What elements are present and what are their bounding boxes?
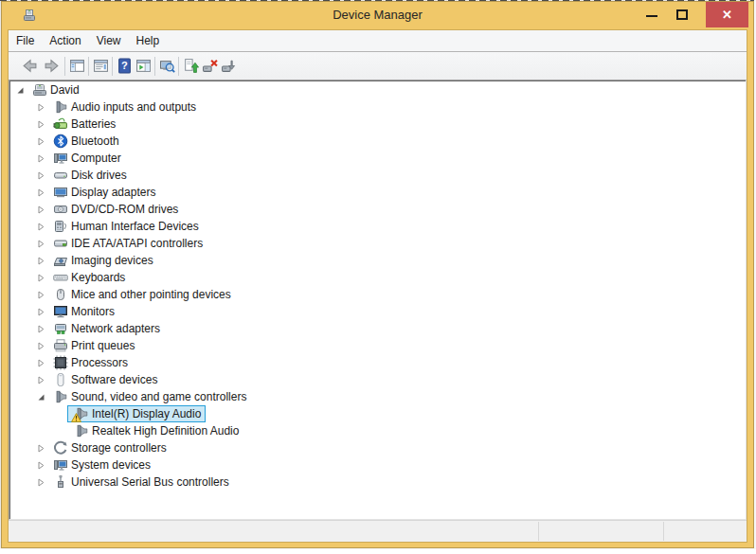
tree-item-body[interactable]: Display adapters [46,184,160,201]
forward-button[interactable] [41,56,63,77]
usb-icon [53,474,68,490]
expand-arrow-icon[interactable] [37,354,46,371]
tree-item-body[interactable]: Monitors [46,303,119,320]
device-tree: DavidAudio inputs and outputsBatteriesBl… [9,80,747,520]
tree-item-body[interactable]: Bluetooth [46,133,124,150]
menu-view[interactable]: View [89,29,129,51]
tree-item-label: Human Interface Devices [71,220,199,233]
expand-arrow-icon[interactable] [37,252,46,269]
tree-item-print-queues[interactable]: Print queues [9,337,746,354]
expand-arrow-icon[interactable] [37,439,46,456]
menu-action[interactable]: Action [42,29,88,51]
tree-item-body[interactable]: Software devices [46,371,162,388]
expand-arrow-icon[interactable] [37,98,46,116]
tree-item-batteries[interactable]: Batteries [9,116,746,133]
tree-item-body[interactable]: Disk drives [46,167,132,184]
tree-item-label: System devices [71,458,151,472]
tree-item-body[interactable]: David [26,81,84,98]
tree-item-imaging-devices[interactable]: Imaging devices [9,252,746,269]
tree-item-body[interactable]: Imaging devices [46,252,158,269]
tree-item-intel-r-display-audio[interactable]: Intel(R) Display Audio [9,405,746,422]
expand-arrow-icon[interactable] [37,218,46,235]
tree-item-system-devices[interactable]: System devices [9,456,746,474]
expand-arrow-icon[interactable] [37,303,46,320]
tree-item-body[interactable]: Sound, video and game controllers [46,388,251,405]
scan-hardware-icon [159,58,175,74]
tree-item-universal-serial-bus-controllers[interactable]: Universal Serial Bus controllers [9,474,746,491]
tree-item-monitors[interactable]: Monitors [9,303,746,320]
tree-item-body[interactable]: Intel(R) Display Audio [67,405,206,422]
tree-item-disk-drives[interactable]: Disk drives [9,167,746,184]
show-action-pane-button[interactable] [134,56,153,77]
tree-item-sound-video-and-game-controllers[interactable]: Sound, video and game controllers [9,388,746,405]
tree-item-software-devices[interactable]: Software devices [9,371,746,388]
expand-arrow-icon[interactable] [37,133,46,150]
action-pane-icon [135,58,152,74]
menu-file[interactable]: File [9,29,42,51]
menu-help[interactable]: Help [129,29,168,51]
tree-item-body[interactable]: Print queues [46,337,139,354]
tree-item-audio-inputs-and-outputs[interactable]: Audio inputs and outputs [9,98,746,116]
tree-item-network-adapters[interactable]: Network adapters [9,320,746,337]
expand-arrow-icon[interactable] [37,337,46,354]
expand-arrow-icon[interactable] [37,456,46,474]
tree-item-body[interactable]: Computer [46,150,126,167]
tree-item-label: Imaging devices [71,254,153,267]
tree-item-display-adapters[interactable]: Display adapters [9,184,746,201]
tree-item-body[interactable]: System devices [46,456,155,474]
tree-item-storage-controllers[interactable]: Storage controllers [9,439,746,456]
properties-button[interactable] [91,56,110,77]
tree-item-body[interactable]: IDE ATA/ATAPI controllers [46,235,207,252]
tree-item-keyboards[interactable]: Keyboards [9,269,746,286]
tree-item-body[interactable]: Realtek High Definition Audio [67,422,243,439]
tree-item-body[interactable]: Mice and other pointing devices [46,286,236,303]
update-driver-button[interactable] [181,56,200,77]
expand-arrow-icon[interactable] [37,269,46,286]
tree-item-body[interactable]: Batteries [46,116,120,133]
show-console-tree-button[interactable] [67,56,86,77]
expand-arrow-icon[interactable] [37,371,46,388]
tree-item-mice-and-other-pointing-devices[interactable]: Mice and other pointing devices [9,286,746,303]
expand-arrow-icon[interactable] [37,116,46,133]
close-button[interactable]: ✕ [706,2,748,27]
dvd-drive-icon [53,202,68,217]
tree-item-body[interactable]: DVD/CD-ROM drives [46,201,183,218]
tree-item-body[interactable]: Audio inputs and outputs [46,98,201,116]
back-button[interactable] [19,56,41,77]
toolbar-separator [88,57,89,76]
tree-item-body[interactable]: Network adapters [46,320,165,337]
expand-arrow-icon[interactable] [37,474,46,491]
tree-item-label: IDE ATA/ATAPI controllers [71,237,203,250]
scan-for-hardware-changes-button[interactable] [157,56,176,77]
tree-item-body[interactable]: Keyboards [46,269,130,286]
tree-item-bluetooth[interactable]: Bluetooth [9,133,746,150]
tree-item-body[interactable]: Universal Serial Bus controllers [46,474,234,491]
update-driver-icon [183,58,199,74]
expand-arrow-icon[interactable] [37,201,46,218]
tree-item-human-interface-devices[interactable]: Human Interface Devices [9,218,746,235]
expand-arrow-icon[interactable] [37,150,46,167]
maximize-button[interactable] [667,2,697,27]
minimize-button[interactable] [637,2,667,27]
uninstall-device-button[interactable] [200,56,219,77]
expand-arrow-icon[interactable] [37,235,46,252]
collapse-arrow-icon[interactable] [16,81,26,98]
keyboard-icon [53,270,68,285]
tree-item-david[interactable]: David [9,81,746,98]
disable-device-button[interactable] [219,56,238,77]
tree-item-body[interactable]: Storage controllers [46,439,171,456]
tree-item-body[interactable]: Processors [46,354,133,371]
tree-item-computer[interactable]: Computer [9,150,746,167]
expand-arrow-icon[interactable] [37,286,46,303]
collapse-arrow-icon[interactable] [37,388,46,405]
expand-arrow-icon[interactable] [37,320,46,337]
expand-arrow-icon[interactable] [37,184,46,201]
tree-item-processors[interactable]: Processors [9,354,746,371]
tree-item-ide-ata-atapi-controllers[interactable]: IDE ATA/ATAPI controllers [9,235,746,252]
tree-item-dvd-cd-rom-drives[interactable]: DVD/CD-ROM drives [9,201,746,218]
expand-arrow-icon[interactable] [37,167,46,184]
speaker-icon [74,406,89,421]
tree-item-realtek-high-definition-audio[interactable]: Realtek High Definition Audio [9,422,746,439]
tree-item-body[interactable]: Human Interface Devices [46,218,204,235]
help-button[interactable]: ? [115,56,134,77]
